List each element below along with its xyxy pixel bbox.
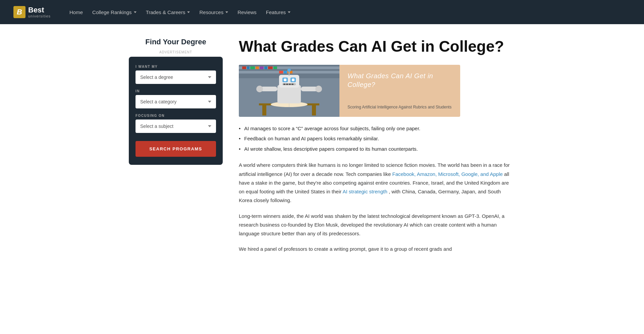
chevron-down-icon [225, 11, 228, 13]
svg-rect-8 [260, 66, 264, 69]
svg-rect-13 [284, 71, 287, 74]
bullet-item: AI wrote shallow, less descriptive paper… [239, 145, 515, 153]
nav-reviews[interactable]: Reviews [233, 7, 261, 18]
svg-rect-4 [242, 66, 246, 69]
logo-best-text: Best [28, 6, 51, 14]
site-logo[interactable]: B Best universities [13, 6, 51, 18]
nav-home[interactable]: Home [65, 7, 87, 18]
svg-point-33 [256, 86, 263, 92]
hero-text-panel: What Grades Can AI Get in College? Scori… [339, 65, 460, 117]
degree-select[interactable]: Select a degree [136, 70, 216, 84]
hero-panel-subtitle: Scoring Artificial Intelligence Against … [347, 104, 452, 110]
chevron-down-icon [187, 11, 190, 13]
nav-trades-careers[interactable]: Trades & Careers [142, 7, 194, 18]
article-title: What Grades Can AI Get in College? [239, 38, 515, 55]
svg-rect-32 [301, 87, 318, 91]
ai-strategic-strength-link[interactable]: AI strategic strength [342, 189, 387, 194]
category-label: IN [136, 89, 216, 93]
ad-label: ADVERTISEMENT [129, 50, 223, 54]
svg-rect-27 [283, 84, 285, 85]
svg-point-36 [287, 68, 291, 72]
chevron-down-icon [134, 11, 137, 13]
svg-rect-28 [286, 84, 288, 85]
svg-rect-16 [262, 105, 266, 115]
body-paragraph-3: We hired a panel of professors to create… [239, 245, 515, 253]
svg-rect-29 [289, 84, 291, 85]
body-paragraph-2: Long-term winners aside, the AI world wa… [239, 212, 515, 238]
degree-select-wrapper: Select a degree [136, 70, 216, 84]
category-group: IN Select a category [136, 89, 216, 108]
navigation: B Best universities Home College Ranking… [0, 0, 644, 24]
svg-rect-24 [284, 79, 286, 81]
logo-universities-text: universities [28, 14, 51, 18]
subject-label: FOCUSING ON [136, 114, 216, 117]
svg-rect-30 [291, 84, 293, 85]
category-select-wrapper: Select a category [136, 95, 216, 108]
degree-group: I WANT MY Select a degree [136, 65, 216, 84]
nav-resources[interactable]: Resources [195, 7, 232, 18]
chevron-down-icon [288, 11, 290, 13]
svg-rect-25 [292, 79, 294, 81]
subject-group: FOCUSING ON Select a subject [136, 114, 216, 133]
svg-rect-20 [277, 85, 301, 103]
bullet-item: AI manages to score a “C” average across… [239, 125, 515, 133]
category-select[interactable]: Select a category [136, 95, 216, 108]
svg-rect-11 [273, 66, 277, 69]
nav-links: Home College Rankings Trades & Careers R… [65, 7, 294, 18]
search-programs-button[interactable]: SEARCH PROGRAMS [136, 141, 216, 157]
degree-finder-sidebar: Find Your Degree ADVERTISEMENT I WANT MY… [129, 38, 223, 260]
svg-point-34 [315, 86, 322, 92]
svg-rect-12 [279, 71, 283, 74]
nav-college-rankings[interactable]: College Rankings [88, 7, 141, 18]
svg-rect-17 [312, 105, 316, 115]
robot-image [239, 65, 339, 117]
robot-illustration-svg [239, 65, 339, 117]
article-body: A world where computers think like human… [239, 161, 515, 253]
svg-rect-7 [256, 66, 259, 69]
body-paragraph-1: A world where computers think like human… [239, 161, 515, 205]
svg-rect-5 [247, 66, 250, 69]
degree-label: I WANT MY [136, 65, 216, 68]
nav-features[interactable]: Features [262, 7, 294, 18]
svg-rect-9 [264, 66, 267, 69]
subject-select-wrapper: Select a subject [136, 120, 216, 133]
hero-image: What Grades Can AI Get in College? Scori… [239, 65, 460, 117]
key-findings-list: AI manages to score a “C” average across… [239, 125, 515, 153]
degree-form: I WANT MY Select a degree IN Select a ca… [129, 57, 223, 165]
svg-rect-31 [261, 87, 277, 91]
logo-b-icon: B [13, 6, 25, 18]
hero-panel-title: What Grades Can AI Get in College? [347, 71, 452, 89]
sidebar-title: Find Your Degree [129, 38, 223, 46]
article-main: What Grades Can AI Get in College? [239, 38, 515, 260]
svg-rect-6 [250, 66, 255, 69]
subject-select[interactable]: Select a subject [136, 120, 216, 133]
svg-rect-10 [268, 66, 273, 69]
tech-companies-link[interactable]: Facebook, Amazon, Microsoft, Google, and… [392, 171, 502, 177]
svg-rect-21 [279, 75, 299, 88]
bullet-item: Feedback on human and AI papers looks re… [239, 135, 515, 143]
